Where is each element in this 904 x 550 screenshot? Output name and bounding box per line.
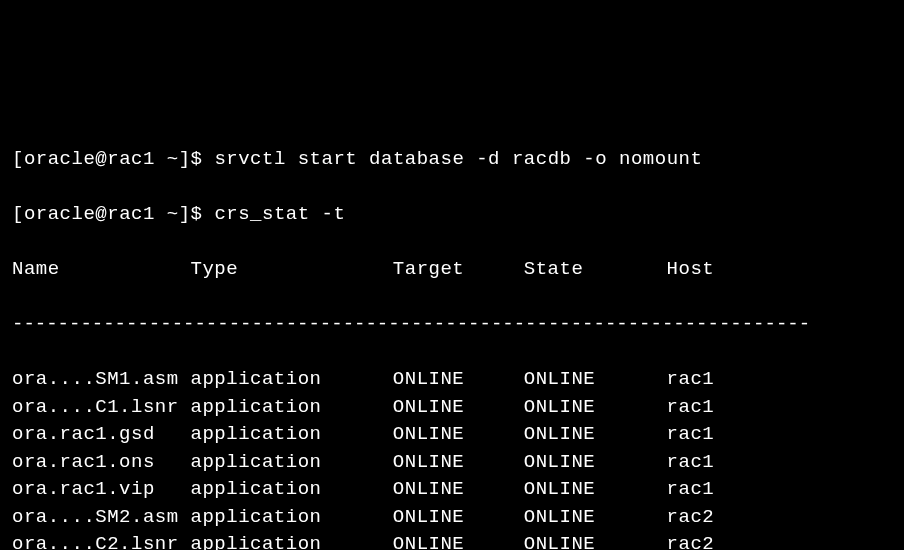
table-row: ora....C2.lsnr application ONLINE ONLINE… [12,531,892,550]
table-row: ora....C1.lsnr application ONLINE ONLINE… [12,394,892,422]
prompt-user: oracle [24,148,95,170]
prompt-path: ~ [167,203,179,225]
table-row: ora....SM1.asm application ONLINE ONLINE… [12,366,892,394]
prompt-host: rac1 [107,203,155,225]
terminal-output: [oracle@rac1 ~]$ srvctl start database -… [12,118,892,550]
prompt-user: oracle [24,203,95,225]
table-body: ora....SM1.asm application ONLINE ONLINE… [12,366,892,550]
prompt-host: rac1 [107,148,155,170]
command-line-2: [oracle@rac1 ~]$ crs_stat -t [12,201,892,229]
command-line-1: [oracle@rac1 ~]$ srvctl start database -… [12,146,892,174]
table-row: ora....SM2.asm application ONLINE ONLINE… [12,504,892,532]
table-row: ora.rac1.ons application ONLINE ONLINE r… [12,449,892,477]
prompt-symbol: $ [191,148,203,170]
table-divider: ----------------------------------------… [12,311,892,339]
prompt-path: ~ [167,148,179,170]
command-text-1: srvctl start database -d racdb -o nomoun… [214,148,702,170]
prompt-symbol: $ [191,203,203,225]
table-row: ora.rac1.gsd application ONLINE ONLINE r… [12,421,892,449]
command-text-2: crs_stat -t [214,203,345,225]
table-header-row: Name Type Target State Host [12,256,892,284]
table-row: ora.rac1.vip application ONLINE ONLINE r… [12,476,892,504]
